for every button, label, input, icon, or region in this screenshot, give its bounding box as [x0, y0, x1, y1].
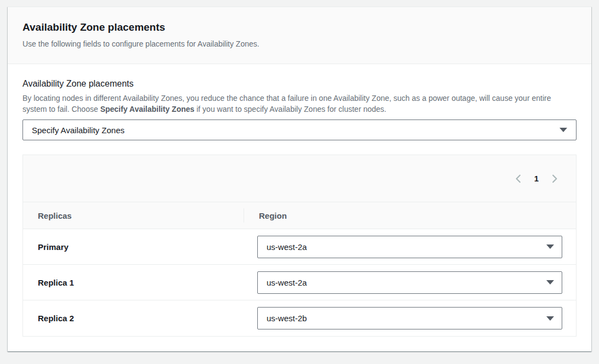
- chevron-down-icon: [546, 280, 554, 285]
- region-select-value: us-west-2a: [267, 242, 307, 252]
- region-select-value: us-west-2b: [267, 314, 307, 323]
- pagination: 1: [512, 173, 561, 185]
- region-select-replica-1[interactable]: us-west-2a: [257, 271, 562, 294]
- az-mode-select-value: Specify Availability Zones: [32, 126, 125, 135]
- chevron-down-icon: [546, 316, 554, 321]
- description-text-end: if you want to specify Availabily Zones …: [194, 105, 386, 113]
- region-cell: us-west-2a: [244, 271, 576, 294]
- chevron-right-icon: [550, 174, 560, 184]
- card-body: Availability Zone placements By locating…: [8, 64, 591, 351]
- replica-label: Replica 2: [23, 314, 244, 323]
- region-select-replica-2[interactable]: us-west-2b: [257, 307, 562, 329]
- az-placement-field: Availability Zone placements By locating…: [22, 78, 577, 140]
- region-cell: us-west-2a: [244, 236, 576, 258]
- chevron-down-icon: [546, 244, 554, 249]
- table-row-primary: Primary us-west-2a: [23, 229, 576, 265]
- next-page-button[interactable]: [549, 173, 561, 185]
- table-header-row: Replicas Region: [23, 202, 576, 229]
- chevron-left-icon: [513, 174, 523, 184]
- field-label: Availability Zone placements: [22, 78, 577, 89]
- card-header: Availability Zone placements Use the fol…: [8, 7, 591, 64]
- replica-label: Replica 1: [23, 278, 244, 287]
- page-subtitle: Use the following fields to configure pl…: [22, 38, 577, 49]
- field-description: By locating nodes in different Availabil…: [22, 93, 571, 115]
- region-cell: us-west-2b: [244, 307, 576, 329]
- column-header-region: Region: [244, 202, 576, 229]
- table-row-replica-2: Replica 2 us-west-2b: [23, 300, 576, 336]
- region-select-value: us-west-2a: [267, 278, 307, 287]
- table-toolbar: 1: [23, 155, 576, 202]
- previous-page-button[interactable]: [512, 173, 524, 185]
- page-title: Availability Zone placements: [22, 20, 577, 35]
- table-row-replica-1: Replica 1 us-west-2a: [23, 265, 576, 300]
- chevron-down-icon: [560, 128, 567, 132]
- region-select-primary[interactable]: us-west-2a: [257, 236, 562, 258]
- page-number-button[interactable]: 1: [532, 173, 541, 184]
- replica-label: Primary: [23, 242, 244, 252]
- az-mode-select[interactable]: Specify Availability Zones: [22, 120, 577, 140]
- column-header-replicas: Replicas: [23, 211, 244, 220]
- description-text-bold: Specify Availability Zones: [100, 105, 195, 113]
- availability-zone-placements-card: Availability Zone placements Use the fol…: [8, 7, 591, 351]
- replicas-table: 1 Replicas Region Primary us-west-2a: [22, 155, 577, 337]
